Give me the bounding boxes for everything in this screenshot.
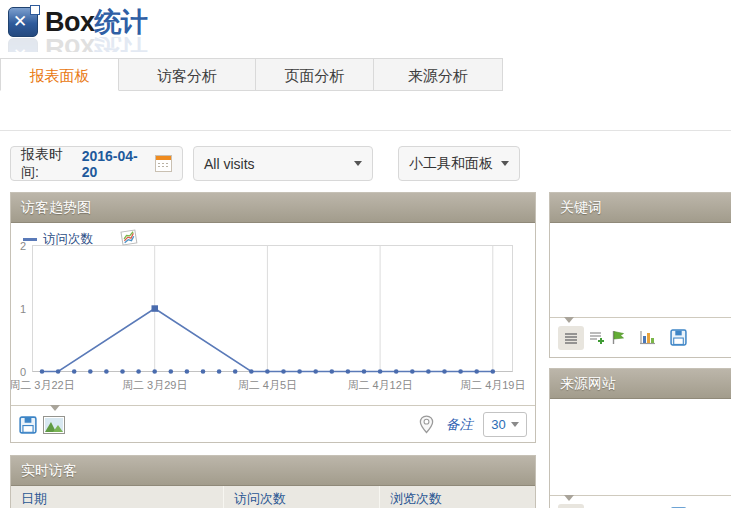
data-point (40, 369, 45, 374)
x-tick-label: 周二 3月22日 (11, 379, 75, 391)
export-image-icon[interactable] (119, 229, 139, 250)
tab-pages[interactable]: 页面分析 (256, 58, 374, 91)
x-tick-label: 周二 3月29日 (122, 379, 187, 391)
data-point (281, 369, 286, 374)
chart-legend: 访问次数 (23, 229, 139, 250)
referrer-websites-footer (550, 495, 731, 508)
keywords-body (550, 223, 731, 317)
app-logo[interactable]: ✕ Box统计 (8, 4, 148, 40)
date-range-selector[interactable]: 报表时间: 2016-04-20 (10, 146, 183, 181)
annotations-link[interactable]: 备注 (446, 416, 473, 434)
calendar-icon (155, 155, 172, 172)
x-tick-label: 周二 4月12日 (347, 379, 412, 391)
date-value: 2016-04-20 (82, 148, 149, 180)
y-tick-label: 1 (20, 303, 26, 315)
chart-footer: 备注 30 (11, 405, 535, 443)
data-point (120, 369, 125, 374)
visitor-trend-body: 012周二 3月22日周二 3月29日周二 4月5日周二 4月12日周二 4月1… (11, 223, 535, 405)
data-point (426, 369, 431, 374)
data-point (169, 369, 174, 374)
location-pin-icon[interactable] (419, 415, 434, 434)
column-header-visits: 访问次数 (224, 486, 380, 508)
peak-data-point (152, 305, 159, 312)
realtime-table-header-row: 日期 访问次数 浏览次数 (11, 486, 535, 508)
realtime-visitors-header[interactable]: 实时访客 (11, 456, 535, 486)
all-columns-view-icon[interactable] (589, 331, 605, 345)
column-header-pageviews: 浏览次数 (380, 486, 535, 508)
data-point (394, 369, 399, 374)
tab-visitors[interactable]: 访客分析 (119, 58, 256, 91)
plot-border (33, 246, 513, 372)
x-tick-label: 周二 4月5日 (238, 379, 297, 391)
chevron-down-icon (501, 161, 509, 166)
data-point (458, 369, 463, 374)
keywords-panel: 关键词 (549, 192, 731, 358)
realtime-visitors-panel: 实时访客 日期 访问次数 浏览次数 (10, 455, 536, 508)
data-point (491, 369, 496, 374)
widgets-menu-button[interactable]: 小工具和面板 (398, 146, 520, 181)
data-point (442, 369, 447, 374)
data-point (297, 369, 302, 374)
keywords-header[interactable]: 关键词 (550, 193, 731, 223)
data-point (474, 369, 479, 374)
legend-series-swatch (23, 238, 37, 241)
chevron-down-icon (354, 161, 362, 166)
data-point (136, 369, 141, 374)
referrer-websites-panel: 来源网站 (549, 368, 731, 508)
box-logo-icon: ✕ (8, 7, 38, 37)
data-point (346, 369, 351, 374)
data-point (152, 369, 157, 374)
data-point (56, 369, 61, 374)
visitor-trend-chart: 012周二 3月22日周二 3月29日周二 4月5日周二 4月12日周二 4月1… (11, 223, 535, 405)
active-view-pointer-icon (564, 317, 574, 323)
date-label: 报表时间: (21, 146, 77, 182)
keywords-footer (550, 317, 731, 357)
visitor-trend-header[interactable]: 访客趋势图 (11, 193, 535, 223)
row-limit-value: 30 (491, 417, 505, 432)
data-point (88, 369, 93, 374)
bar-chart-view-icon[interactable] (639, 330, 656, 345)
data-point (217, 369, 222, 374)
app-title: Box统计 (45, 4, 148, 40)
export-data-icon[interactable] (19, 416, 37, 434)
y-tick-label: 0 (20, 366, 26, 378)
data-point (330, 369, 335, 374)
export-data-icon[interactable] (670, 329, 687, 346)
row-limit-selector[interactable]: 30 (483, 412, 527, 437)
data-point (72, 369, 77, 374)
column-header-date: 日期 (11, 486, 224, 508)
segment-value: All visits (204, 156, 255, 172)
divider (0, 130, 731, 131)
tab-referrers[interactable]: 来源分析 (374, 58, 503, 91)
active-view-pointer-icon (50, 405, 60, 411)
data-point (233, 369, 238, 374)
table-view-icon[interactable] (558, 326, 584, 350)
table-view-icon[interactable] (558, 504, 584, 508)
data-point (378, 369, 383, 374)
data-point (313, 369, 318, 374)
main-nav-tabs: 报表面板 访客分析 页面分析 来源分析 (0, 58, 503, 91)
data-point (201, 369, 206, 374)
x-tick-label: 周二 4月19日 (460, 379, 525, 391)
data-point (104, 369, 109, 374)
data-point (410, 369, 415, 374)
widgets-menu-label: 小工具和面板 (409, 155, 493, 173)
visitor-trend-panel: 访客趋势图 012周二 3月22日周二 3月29日周二 4月5日周二 4月12日… (10, 192, 536, 443)
chevron-down-icon (511, 422, 519, 427)
data-point (249, 369, 254, 374)
goals-view-icon[interactable] (611, 330, 625, 345)
legend-series-label: 访问次数 (43, 231, 93, 248)
active-view-pointer-icon (564, 495, 574, 501)
referrer-websites-header[interactable]: 来源网站 (550, 369, 731, 399)
data-point (185, 369, 190, 374)
segment-selector[interactable]: All visits (193, 146, 373, 181)
data-point (362, 369, 367, 374)
data-point (265, 369, 270, 374)
export-image-icon[interactable] (43, 416, 65, 434)
referrer-websites-body (550, 399, 731, 495)
tab-dashboard[interactable]: 报表面板 (0, 58, 119, 91)
dashboard-screen: ✕ Box统计 ✕ Box统计 报表面板 访客分析 页面分析 来源分析 报表时间… (0, 0, 731, 508)
